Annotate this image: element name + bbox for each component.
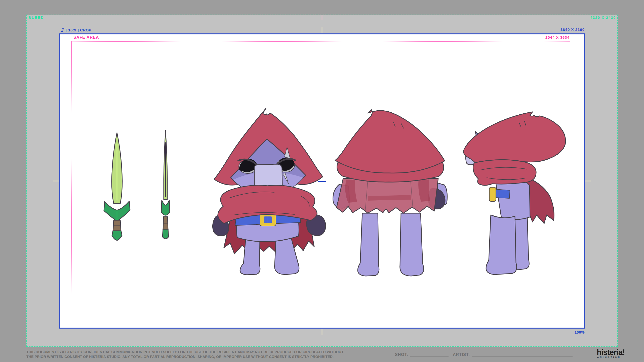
sword-front-view — [101, 131, 134, 243]
crop-label-text: [ 16:9 ] CROP — [66, 28, 91, 32]
safe-area-label: SAFE ÁREA — [73, 35, 99, 40]
zoom-level-label: 100% — [575, 330, 585, 334]
crop-tick-bottom — [322, 329, 322, 335]
studio-logo: histeria! ANIMATION — [597, 349, 625, 358]
artist-blank-line — [472, 352, 573, 357]
confidentiality-disclaimer: THIS DOCUMENT IS A STRICTLY CONFIDENTIAL… — [26, 350, 344, 359]
crop-dimensions: 3840 X 2160 — [560, 27, 585, 32]
artist-field: ARTIST: — [453, 352, 573, 357]
studio-logo-wordmark: histeria! — [597, 349, 625, 356]
center-registration-cross — [322, 177, 322, 186]
safe-area-dimensions: 2044 X 3634 — [545, 35, 570, 39]
crop-scale-icon — [60, 28, 64, 32]
shot-field: SHOT: — [395, 352, 449, 357]
sword-side-view — [160, 129, 175, 242]
bleed-label: BLEED — [28, 16, 44, 20]
disclaimer-line-1: THIS DOCUMENT IS A STRICTLY CONFIDENTIAL… — [26, 350, 344, 354]
crop-tick-left — [53, 181, 59, 181]
studio-logo-subtitle: ANIMATION — [597, 356, 625, 358]
crop-tick-right — [585, 181, 591, 181]
hooded-character-front-view — [210, 107, 328, 280]
shot-label: SHOT: — [395, 352, 408, 357]
bleed-tick-top — [322, 14, 322, 20]
artist-label: ARTIST: — [453, 352, 470, 357]
disclaimer-line-2: THE PRIOR WRITTEN CONSENT OF HISTERIA ST… — [26, 354, 344, 359]
crop-label: [ 16:9 ] CROP — [60, 28, 91, 32]
crop-tick-top — [322, 27, 322, 33]
hooded-character-back-view — [330, 108, 450, 280]
hooded-character-side-view — [462, 109, 570, 280]
model-sheet-page: BLEED 4320 X 2430 [ 16:9 ] CROP 3840 X 2… — [0, 0, 644, 362]
bleed-dimensions: 4320 X 2430 — [590, 16, 616, 20]
shot-blank-line — [410, 352, 449, 357]
